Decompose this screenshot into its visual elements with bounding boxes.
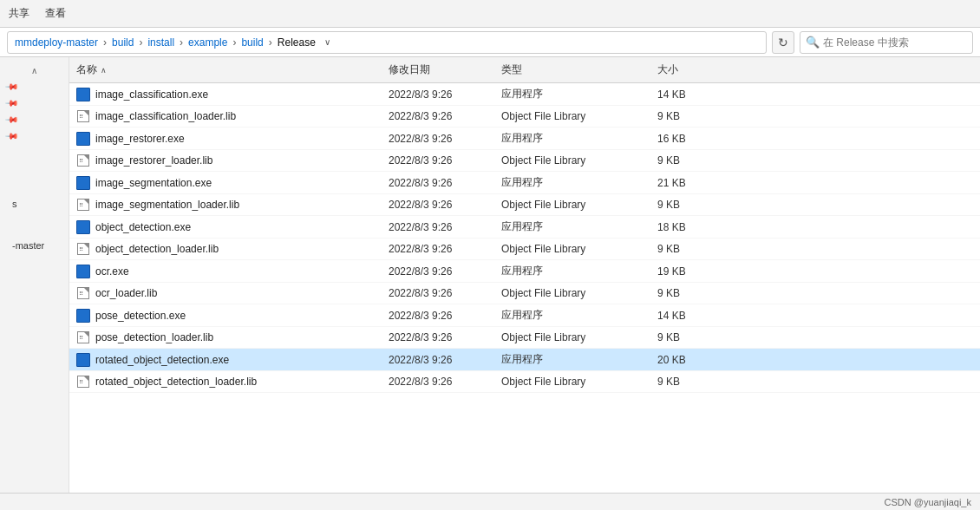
- file-date: 2022/8/3 9:26: [382, 108, 494, 125]
- breadcrumb-segment-1[interactable]: mmdeploy-master: [15, 36, 98, 49]
- breadcrumb-current: Release: [278, 36, 316, 49]
- file-name: pose_detection_loader.lib: [95, 331, 213, 343]
- table-row[interactable]: ocr.exe2022/8/3 9:26应用程序19 KB: [69, 260, 980, 283]
- breadcrumb-segment-4[interactable]: example: [188, 36, 227, 49]
- table-row[interactable]: ⠿ocr_loader.lib2022/8/3 9:26Object File …: [69, 283, 980, 304]
- file-name: rotated_object_detection.exe: [95, 354, 229, 366]
- exe-icon: [76, 353, 90, 367]
- file-type: 应用程序: [494, 262, 650, 280]
- lib-icon: ⠿: [76, 286, 90, 300]
- file-date: 2022/8/3 9:26: [382, 329, 494, 346]
- table-row[interactable]: object_detection.exe2022/8/3 9:26应用程序18 …: [69, 216, 980, 239]
- search-icon: 🔍: [806, 36, 820, 49]
- file-size: 16 KB: [650, 129, 720, 147]
- table-row[interactable]: ⠿rotated_object_detection_loader.lib2022…: [69, 371, 980, 393]
- search-input[interactable]: [823, 36, 967, 49]
- table-row[interactable]: image_classification.exe2022/8/3 9:26应用程…: [69, 83, 980, 106]
- file-date: 2022/8/3 9:26: [382, 240, 494, 258]
- table-row[interactable]: ⠿image_segmentation_loader.lib2022/8/3 9…: [69, 194, 980, 216]
- statusbar: CSDN @yuanjiaqi_k: [0, 493, 980, 510]
- file-size: 18 KB: [650, 218, 720, 236]
- table-row[interactable]: ⠿image_classification_loader.lib2022/8/3…: [69, 106, 980, 128]
- table-row[interactable]: rotated_object_detection.exe2022/8/3 9:2…: [69, 349, 980, 371]
- file-type: 应用程序: [494, 218, 650, 236]
- table-row[interactable]: image_restorer.exe2022/8/3 9:26应用程序16 KB: [69, 128, 980, 150]
- col-header-size[interactable]: 大小: [650, 61, 720, 79]
- file-name: rotated_object_detection_loader.lib: [95, 376, 257, 388]
- col-header-name[interactable]: 名称 ∧: [69, 61, 382, 79]
- file-rows: image_classification.exe2022/8/3 9:26应用程…: [69, 83, 980, 393]
- share-button[interactable]: 共享: [9, 6, 29, 21]
- file-date: 2022/8/3 9:26: [382, 173, 494, 192]
- lib-icon: ⠿: [76, 198, 90, 212]
- file-date: 2022/8/3 9:26: [382, 152, 494, 169]
- breadcrumb-segment-3[interactable]: install: [147, 36, 174, 49]
- table-row[interactable]: ⠿object_detection_loader.lib2022/8/3 9:2…: [69, 239, 980, 260]
- file-name: image_restorer_loader.lib: [95, 154, 212, 167]
- lib-icon: ⠿: [76, 109, 90, 123]
- col-header-type[interactable]: 类型: [494, 61, 650, 79]
- file-date: 2022/8/3 9:26: [382, 373, 494, 390]
- sidebar-item-s[interactable]: s: [0, 196, 69, 212]
- file-type: Object File Library: [494, 196, 650, 213]
- toolbar: 共享 查看: [0, 0, 980, 28]
- file-date: 2022/8/3 9:26: [382, 129, 494, 147]
- file-type: Object File Library: [494, 373, 650, 390]
- file-name: image_restorer.exe: [95, 133, 185, 145]
- sidebar-pin-3[interactable]: 📌: [0, 111, 69, 128]
- exe-icon: [76, 176, 90, 190]
- file-name: image_classification.exe: [95, 88, 208, 101]
- watermark: CSDN @yuanjiaqi_k: [885, 497, 971, 507]
- addressbar: mmdeploy-master › build › install › exam…: [0, 28, 980, 57]
- sidebar-item-master[interactable]: -master: [0, 238, 69, 253]
- exe-icon: [76, 132, 90, 146]
- file-type: Object File Library: [494, 108, 650, 125]
- file-date: 2022/8/3 9:26: [382, 196, 494, 213]
- table-row[interactable]: image_segmentation.exe2022/8/3 9:26应用程序2…: [69, 172, 980, 194]
- breadcrumb-segment-2[interactable]: build: [112, 36, 134, 49]
- file-type: Object File Library: [494, 240, 650, 258]
- file-size: 19 KB: [650, 262, 720, 280]
- search-box: 🔍: [800, 31, 973, 54]
- sidebar-scroll-up[interactable]: ∧: [29, 64, 41, 76]
- pin-icon-4: 📌: [5, 128, 19, 142]
- file-type: 应用程序: [494, 85, 650, 103]
- sidebar-pin-2[interactable]: 📌: [0, 95, 69, 111]
- refresh-button[interactable]: ↻: [772, 31, 794, 54]
- file-date: 2022/8/3 9:26: [382, 350, 494, 369]
- file-size: 14 KB: [650, 85, 720, 103]
- file-size: 9 KB: [650, 108, 720, 125]
- breadcrumb[interactable]: mmdeploy-master › build › install › exam…: [7, 31, 767, 54]
- file-type: Object File Library: [494, 329, 650, 346]
- sidebar-pin-1[interactable]: 📌: [0, 78, 69, 95]
- file-list-container: 名称 ∧ 修改日期 类型 大小 image_classification.exe…: [69, 57, 980, 493]
- file-size: 9 KB: [650, 196, 720, 213]
- table-row[interactable]: ⠿image_restorer_loader.lib2022/8/3 9:26O…: [69, 150, 980, 172]
- breadcrumb-dropdown-icon[interactable]: ∨: [324, 37, 330, 47]
- main-area: ∧ 📌 📌 📌 📌 s -master 名称 ∧ 修改日期 类型: [0, 57, 980, 493]
- file-date: 2022/8/3 9:26: [382, 284, 494, 302]
- lib-icon: ⠿: [76, 154, 90, 167]
- exe-icon: [76, 220, 90, 234]
- lib-icon: ⠿: [76, 375, 90, 389]
- pin-icon-2: 📌: [5, 95, 19, 109]
- sidebar: ∧ 📌 📌 📌 📌 s -master: [0, 57, 69, 493]
- file-name: object_detection_loader.lib: [95, 243, 219, 255]
- file-size: 9 KB: [650, 240, 720, 258]
- file-type: 应用程序: [494, 129, 650, 147]
- lib-icon: ⠿: [76, 330, 90, 344]
- table-row[interactable]: pose_detection.exe2022/8/3 9:26应用程序14 KB: [69, 304, 980, 327]
- table-row[interactable]: ⠿pose_detection_loader.lib2022/8/3 9:26O…: [69, 327, 980, 349]
- file-type: Object File Library: [494, 152, 650, 169]
- pin-icon-1: 📌: [5, 79, 19, 93]
- view-button[interactable]: 查看: [45, 6, 66, 21]
- file-size: 21 KB: [650, 173, 720, 192]
- file-date: 2022/8/3 9:26: [382, 218, 494, 236]
- breadcrumb-segment-5[interactable]: build: [241, 36, 263, 49]
- sidebar-pin-4[interactable]: 📌: [0, 128, 69, 144]
- file-name: image_classification_loader.lib: [95, 110, 236, 122]
- file-size: 9 KB: [650, 284, 720, 302]
- file-name: object_detection.exe: [95, 221, 191, 233]
- file-name: image_segmentation.exe: [95, 177, 212, 189]
- col-header-date[interactable]: 修改日期: [382, 61, 494, 79]
